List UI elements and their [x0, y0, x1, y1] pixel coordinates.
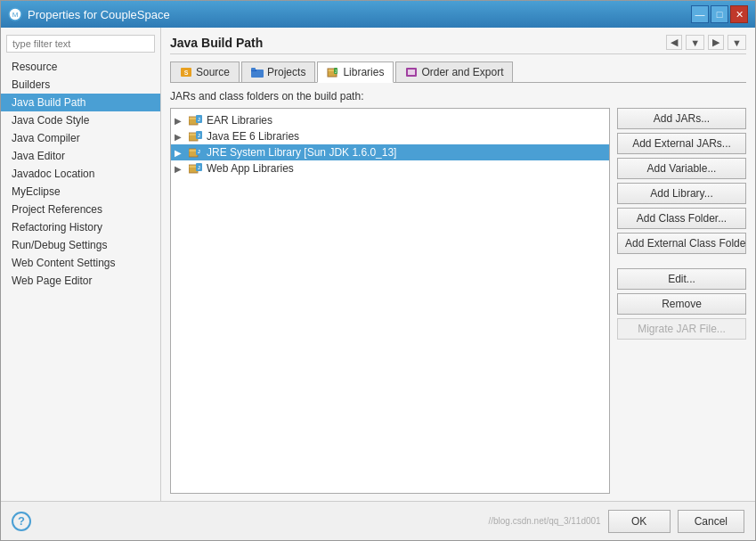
minimize-button[interactable]: — [691, 5, 709, 23]
tab-source[interactable]: SSource [170, 61, 240, 82]
tabs: SSource Projects JLibraries Order and Ex… [170, 61, 746, 83]
svg-text:S: S [184, 70, 189, 76]
nav-menu-button[interactable]: ▼ [728, 35, 746, 50]
migrate-jar-button: Migrate JAR File... [617, 318, 746, 340]
svg-text:J: J [198, 149, 200, 154]
sidebar: ResourceBuildersJava Build PathJava Code… [1, 28, 161, 501]
nav-forward-button[interactable]: ▶ [708, 35, 724, 50]
tree-label-ear-libraries: EAR Libraries [207, 114, 272, 127]
tree-arrow-web-app-libraries: ▶ [175, 164, 185, 174]
tree-item-jre-system[interactable]: ▶ J JRE System Library [Sun JDK 1.6.0_13… [171, 144, 609, 160]
watermark: //blog.csdn.net/qq_3/11d001 [488, 516, 600, 526]
description-text: JARs and class folders on the build path… [170, 90, 746, 102]
tree-icon-ear-libraries: J [189, 114, 203, 127]
filter-input[interactable] [6, 35, 155, 53]
cancel-button[interactable]: Cancel [678, 510, 744, 533]
add-jars-button[interactable]: Add JARs... [617, 108, 746, 129]
tree-item-ear-libraries[interactable]: ▶ J EAR Libraries [171, 112, 609, 128]
svg-rect-6 [251, 68, 256, 70]
sidebar-item-refactoring-history[interactable]: Refactoring History [1, 218, 160, 236]
tree-label-java-ee-6: Java EE 6 Libraries [207, 130, 299, 143]
sidebar-item-run-debug-settings[interactable]: Run/Debug Settings [1, 236, 160, 254]
tab-content: JARs and class folders on the build path… [170, 90, 746, 494]
tree-item-web-app-libraries[interactable]: ▶ J Web App Libraries [171, 160, 609, 176]
title-bar-controls: — □ ✕ [691, 5, 748, 23]
add-class-folder-button[interactable]: Add Class Folder... [617, 208, 746, 229]
maximize-button[interactable]: □ [711, 5, 728, 23]
nav-dropdown-button[interactable]: ▼ [686, 35, 704, 50]
panel-title: Java Build Path ◀ ▼ ▶ ▼ [170, 35, 746, 54]
sidebar-item-java-editor[interactable]: Java Editor [1, 147, 160, 165]
window-title: Properties for CoupleSpace [28, 8, 170, 21]
sidebar-item-java-build-path[interactable]: Java Build Path [1, 94, 160, 111]
add-external-class-folder-button[interactable]: Add External Class Folder... [617, 233, 746, 254]
tree-label-web-app-libraries: Web App Libraries [207, 162, 294, 175]
tree-arrow-ear-libraries: ▶ [175, 116, 185, 126]
tree-item-java-ee-6[interactable]: ▶ J Java EE 6 Libraries [171, 128, 609, 144]
order-tab-icon [405, 66, 418, 78]
footer: ? //blog.csdn.net/qq_3/11d001 OK Cancel [1, 501, 755, 540]
add-external-jars-button[interactable]: Add External JARs... [617, 133, 746, 154]
content-area: ResourceBuildersJava Build PathJava Code… [1, 28, 755, 501]
nav-items-container: ResourceBuildersJava Build PathJava Code… [1, 58, 160, 290]
tab-projects[interactable]: Projects [241, 61, 315, 82]
button-separator [617, 258, 746, 265]
title-bar: M Properties for CoupleSpace — □ ✕ [1, 1, 755, 28]
help-button[interactable]: ? [12, 512, 31, 531]
main-window: M Properties for CoupleSpace — □ ✕ Resou… [0, 0, 756, 541]
tab-label-source: Source [196, 66, 230, 78]
add-variable-button[interactable]: Add Variable... [617, 158, 746, 179]
tree-icon-java-ee-6: J [189, 130, 203, 143]
sidebar-item-web-content-settings[interactable]: Web Content Settings [1, 254, 160, 272]
sidebar-item-java-compiler[interactable]: Java Compiler [1, 129, 160, 147]
ok-button[interactable]: OK [608, 510, 671, 533]
tree-arrow-java-ee-6: ▶ [175, 132, 185, 142]
tab-label-order-export: Order and Export [421, 66, 503, 78]
tree-icon-jre-system: J [189, 146, 203, 159]
tree-icon-web-app-libraries: J [189, 162, 203, 175]
svg-text:J: J [198, 165, 200, 170]
tree-arrow-jre-system: ▶ [175, 148, 185, 158]
tab-label-projects: Projects [267, 66, 305, 78]
edit-button[interactable]: Edit... [617, 268, 746, 290]
svg-text:J: J [198, 117, 200, 122]
tree-panel[interactable]: ▶ J EAR Libraries▶ J Java EE 6 Libraries… [170, 108, 610, 494]
app-icon: M [8, 7, 22, 21]
sidebar-item-javadoc-location[interactable]: Javadoc Location [1, 165, 160, 183]
svg-text:J: J [198, 133, 200, 138]
buttons-panel: Add JARs...Add External JARs...Add Varia… [617, 108, 746, 494]
svg-text:M: M [12, 11, 19, 19]
projects-tab-icon [251, 66, 264, 78]
panel-title-nav: ◀ ▼ ▶ ▼ [666, 35, 746, 50]
footer-right: //blog.csdn.net/qq_3/11d001 OK Cancel [488, 510, 744, 533]
sidebar-item-web-page-editor[interactable]: Web Page Editor [1, 272, 160, 290]
main-content: ▶ J EAR Libraries▶ J Java EE 6 Libraries… [170, 108, 746, 494]
sidebar-item-resource[interactable]: Resource [1, 58, 160, 76]
main-panel: Java Build Path ◀ ▼ ▶ ▼ SSource Projects… [161, 28, 755, 501]
tab-order-export[interactable]: Order and Export [395, 61, 513, 82]
tab-libraries[interactable]: JLibraries [317, 61, 394, 83]
remove-button[interactable]: Remove [617, 293, 746, 315]
nav-back-button[interactable]: ◀ [666, 35, 682, 50]
sidebar-item-java-code-style[interactable]: Java Code Style [1, 111, 160, 129]
sidebar-item-project-references[interactable]: Project References [1, 201, 160, 218]
libraries-tab-icon: J [327, 66, 339, 78]
tab-label-libraries: Libraries [343, 66, 384, 78]
add-library-button[interactable]: Add Library... [617, 183, 746, 204]
panel-title-text: Java Build Path [170, 36, 263, 50]
tree-label-jre-system: JRE System Library [Sun JDK 1.6.0_13] [207, 146, 396, 159]
footer-left: ? [12, 512, 31, 531]
sidebar-item-builders[interactable]: Builders [1, 76, 160, 94]
sidebar-item-myeclipse[interactable]: MyEclipse [1, 183, 160, 201]
close-button[interactable]: ✕ [730, 5, 748, 23]
title-bar-left: M Properties for CoupleSpace [8, 7, 170, 21]
source-tab-icon: S [180, 66, 192, 78]
